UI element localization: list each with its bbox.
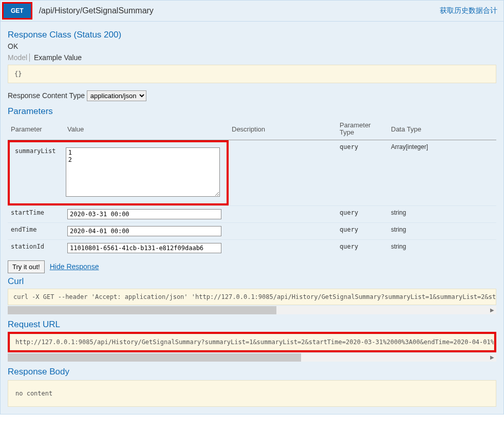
param-input-starttime[interactable]	[67, 209, 221, 219]
operation-description: 获取历史数据合计	[440, 6, 503, 15]
parameters-title: Parameters	[8, 106, 496, 117]
param-datatype: string	[388, 205, 496, 222]
col-header-data-type: Data Type	[388, 119, 496, 140]
param-type: query	[337, 205, 388, 222]
table-row: stationId query string	[8, 239, 496, 256]
schema-tabs: Model Example Value	[8, 53, 496, 62]
operation-body: Response Class (Status 200) OK Model Exa…	[1, 22, 503, 414]
parameters-table: Parameter Value Description ParameterTyp…	[8, 119, 496, 256]
request-url-highlight: http://127.0.0.1:9085/api/History/GetSig…	[8, 332, 496, 352]
param-description	[229, 140, 337, 205]
param-type: query	[337, 222, 388, 239]
method-badge-highlight: GET	[2, 2, 32, 20]
param-name: summaryList	[12, 144, 63, 201]
operation-header[interactable]: GET /api/History/GetSignalSummary 获取历史数据…	[1, 1, 503, 22]
param-input-endtime[interactable]	[67, 226, 221, 236]
request-url-scrollbar[interactable]: ◀ ▶	[8, 353, 496, 362]
response-status-text: OK	[8, 42, 496, 50]
summarylist-highlight: summaryList	[8, 140, 229, 205]
request-url-output: http://127.0.0.1:9085/api/History/GetSig…	[10, 334, 494, 350]
col-header-parameter: Parameter	[8, 119, 64, 140]
param-name: startTime	[8, 205, 64, 222]
scrollbar-thumb[interactable]	[8, 353, 301, 362]
table-row: endTime query string	[8, 222, 496, 239]
col-header-description: Description	[229, 119, 337, 140]
example-value-box[interactable]: {}	[8, 65, 496, 83]
http-method-badge: GET	[4, 4, 31, 18]
response-class-title: Response Class (Status 200)	[8, 30, 496, 40]
tab-example-value[interactable]: Example Value	[32, 53, 82, 62]
operation-panel: GET /api/History/GetSignalSummary 获取历史数据…	[0, 0, 504, 415]
hide-response-link[interactable]: Hide Response	[50, 262, 99, 271]
param-input-stationid[interactable]	[67, 243, 221, 253]
col-header-parameter-type: ParameterType	[337, 119, 388, 140]
param-type: query	[337, 140, 388, 205]
param-type: query	[337, 239, 388, 256]
param-description	[229, 239, 337, 256]
param-name: stationId	[8, 239, 64, 256]
curl-scrollbar[interactable]: ◀ ▶	[8, 306, 496, 314]
response-body-title: Response Body	[8, 367, 496, 377]
param-input-summarylist[interactable]	[66, 147, 220, 197]
response-body-output: no content	[8, 380, 496, 407]
param-datatype: string	[388, 239, 496, 256]
param-description	[229, 205, 337, 222]
param-datatype: Array[integer]	[388, 140, 496, 205]
param-description	[229, 222, 337, 239]
request-url-title: Request URL	[8, 319, 496, 330]
response-content-type-select[interactable]: application/json	[87, 90, 146, 101]
param-name: endTime	[8, 222, 64, 239]
try-it-out-button[interactable]: Try it out!	[8, 260, 45, 273]
param-datatype: string	[388, 222, 496, 239]
col-header-value: Value	[64, 119, 229, 140]
tab-model[interactable]: Model	[8, 53, 30, 62]
response-content-type-label: Response Content Type	[8, 91, 85, 100]
scroll-right-icon[interactable]: ▶	[488, 353, 496, 362]
curl-title: Curl	[8, 276, 496, 287]
curl-output: curl -X GET --header 'Accept: applicatio…	[8, 289, 496, 305]
table-row: startTime query string	[8, 205, 496, 222]
table-row: summaryList query Array[integer]	[8, 140, 496, 205]
scrollbar-thumb[interactable]	[8, 306, 276, 314]
scroll-right-icon[interactable]: ▶	[488, 306, 496, 314]
response-content-type-row: Response Content Type application/json	[8, 90, 496, 101]
endpoint-path: /api/History/GetSignalSummary	[34, 6, 440, 15]
